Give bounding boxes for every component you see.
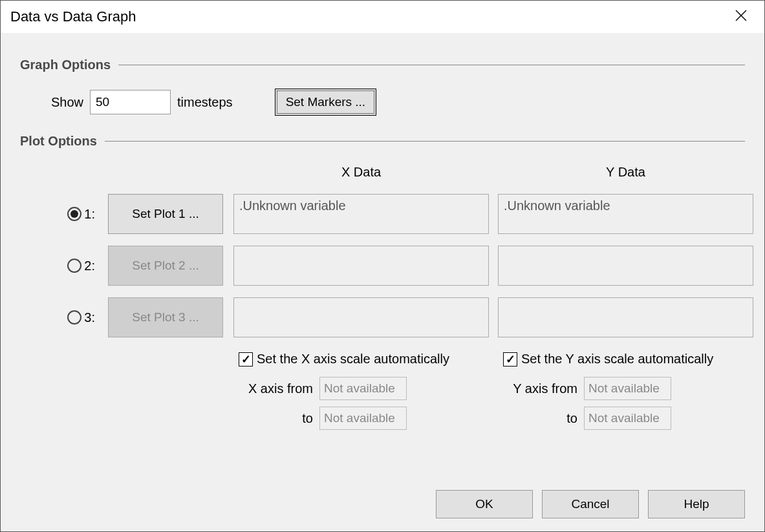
plot-radio-2[interactable]: 2: bbox=[34, 259, 99, 273]
section-graph-options: Graph Options bbox=[20, 58, 745, 72]
plot3-xdata[interactable] bbox=[233, 297, 489, 337]
section-label: Graph Options bbox=[20, 58, 111, 72]
x-axis-from-label: X axis from bbox=[239, 381, 313, 396]
x-axis-auto-checkbox[interactable]: Set the X axis scale automatically bbox=[239, 352, 494, 367]
divider bbox=[105, 141, 745, 142]
checkbox-label: Set the Y axis scale automatically bbox=[521, 352, 713, 367]
plot2-xdata[interactable] bbox=[233, 246, 489, 286]
checkbox-icon bbox=[503, 352, 517, 367]
plot1-ydata[interactable]: .Unknown variable bbox=[498, 194, 753, 234]
x-axis-to-label: to bbox=[239, 411, 313, 426]
y-axis-to-input[interactable] bbox=[584, 407, 671, 430]
plot-radio-3[interactable]: 3: bbox=[34, 310, 99, 325]
radio-label: 1: bbox=[84, 207, 95, 222]
ok-button[interactable]: OK bbox=[436, 490, 533, 518]
dialog: Data vs Data Graph Graph Options Show ti… bbox=[0, 0, 765, 532]
section-plot-options: Plot Options bbox=[20, 134, 745, 149]
set-plot-3-button[interactable]: Set Plot 3 ... bbox=[108, 297, 223, 337]
radio-icon bbox=[67, 310, 81, 325]
x-axis-from-input[interactable] bbox=[319, 377, 407, 400]
radio-icon bbox=[67, 259, 81, 273]
checkbox-icon bbox=[239, 352, 253, 367]
column-header-y: Y Data bbox=[498, 165, 753, 182]
set-plot-1-button[interactable]: Set Plot 1 ... bbox=[108, 194, 223, 234]
timesteps-input[interactable] bbox=[90, 90, 171, 114]
dialog-content: Graph Options Show timesteps Set Markers… bbox=[1, 33, 764, 531]
axis-from-row: X axis from Y axis from bbox=[20, 377, 745, 400]
x-axis-to-input[interactable] bbox=[319, 407, 407, 430]
window-title: Data vs Data Graph bbox=[10, 8, 136, 25]
checkbox-label: Set the X axis scale automatically bbox=[257, 352, 449, 367]
timesteps-label: timesteps bbox=[177, 95, 233, 110]
plot-radio-1[interactable]: 1: bbox=[34, 207, 99, 222]
help-button[interactable]: Help bbox=[648, 490, 745, 518]
plot-grid: X Data Y Data 1: Set Plot 1 ... .Unknown… bbox=[20, 165, 745, 337]
set-markers-button[interactable]: Set Markers ... bbox=[275, 89, 377, 116]
plot3-ydata[interactable] bbox=[498, 297, 753, 337]
axis-auto-row: Set the X axis scale automatically Set t… bbox=[20, 352, 745, 367]
radio-icon bbox=[67, 207, 81, 221]
divider bbox=[118, 65, 745, 65]
y-axis-from-label: Y axis from bbox=[503, 381, 577, 396]
plot1-xdata[interactable]: .Unknown variable bbox=[233, 194, 489, 234]
y-axis-auto-checkbox[interactable]: Set the Y axis scale automatically bbox=[503, 352, 759, 367]
graph-options-row: Show timesteps Set Markers ... bbox=[20, 89, 745, 116]
cancel-button[interactable]: Cancel bbox=[542, 490, 639, 518]
titlebar: Data vs Data Graph bbox=[1, 1, 764, 33]
close-icon[interactable] bbox=[727, 3, 755, 30]
axis-to-row: to to bbox=[20, 407, 745, 430]
y-axis-to-label: to bbox=[503, 411, 577, 426]
section-label: Plot Options bbox=[20, 134, 97, 149]
show-label: Show bbox=[51, 95, 83, 110]
button-bar: OK Cancel Help bbox=[436, 490, 745, 518]
set-plot-2-button[interactable]: Set Plot 2 ... bbox=[108, 246, 223, 286]
radio-label: 3: bbox=[84, 310, 95, 325]
column-header-x: X Data bbox=[233, 165, 489, 182]
radio-label: 2: bbox=[84, 259, 95, 273]
plot2-ydata[interactable] bbox=[498, 246, 753, 286]
y-axis-from-input[interactable] bbox=[584, 377, 671, 400]
